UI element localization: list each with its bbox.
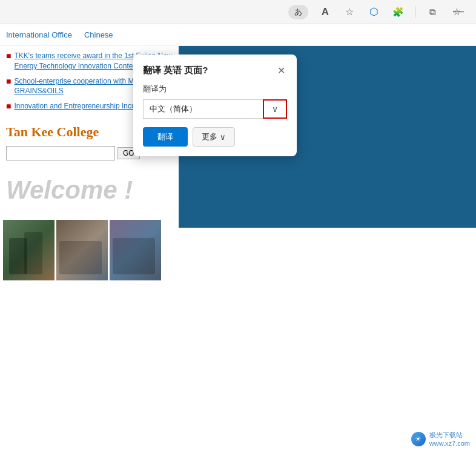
translate-icon-btn[interactable]: あ	[288, 5, 308, 19]
dialog-actions: 翻译 更多 ∨	[143, 127, 287, 147]
more-button[interactable]: 更多 ∨	[193, 127, 235, 147]
font-size-icon[interactable]: A	[318, 5, 332, 19]
translate-dialog: 翻译 英语 页面? ✕ 翻译为 中文（简体） ∨ 翻译 更多 ∨	[133, 55, 297, 156]
browser-toolbar: あ A ☆ ⬡ 🧩 ⧉ ☆ —	[0, 0, 476, 24]
edge-icon[interactable]: ⬡	[366, 5, 381, 19]
toolbar-divider	[415, 6, 415, 18]
minimize-button[interactable]: —	[453, 5, 464, 18]
extensions-icon[interactable]: 🧩	[391, 5, 405, 19]
close-button[interactable]: ✕	[275, 64, 287, 76]
split-view-icon[interactable]: ⧉	[425, 5, 440, 19]
language-select-container: 中文（简体） ∨	[143, 99, 287, 119]
dialog-header: 翻译 英语 页面? ✕	[143, 64, 287, 76]
language-display: 中文（简体）	[143, 99, 263, 119]
dialog-title: 翻译 英语 页面?	[143, 65, 208, 76]
page-content: International Office Chinese ■ TKK's tea…	[0, 24, 476, 453]
translate-button[interactable]: 翻译	[143, 127, 188, 147]
language-dropdown-button[interactable]: ∨	[263, 99, 287, 119]
favorite-star-icon[interactable]: ☆	[342, 5, 357, 19]
dialog-label: 翻译为	[143, 84, 287, 94]
dialog-overlay: 翻译 英语 页面? ✕ 翻译为 中文（简体） ∨ 翻译 更多 ∨	[0, 24, 476, 453]
